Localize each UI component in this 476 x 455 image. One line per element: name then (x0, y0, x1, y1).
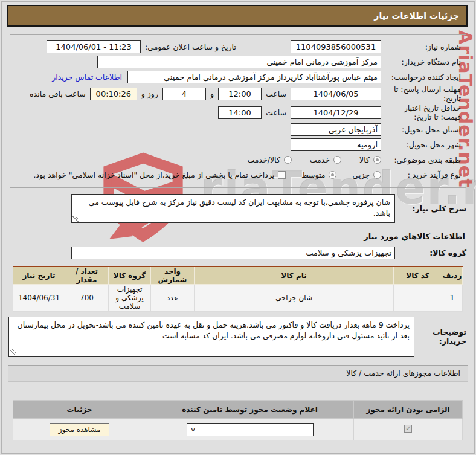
goods-table: ردیف کد کالا نام کالا واحد شمارش گروه کا… (13, 266, 463, 312)
cell-unit: عدد (151, 285, 195, 312)
option-label: کالا/خدمت (247, 155, 280, 164)
reply-deadline-hour-label: ساعت (266, 89, 286, 98)
need-details-page: riaTender.net AriaTender.net جزئیات اطلا… (0, 0, 476, 455)
price-validity-date-field[interactable]: 1404/12/29 (291, 106, 381, 119)
license-table-header-row: الزامی بودن ارائه مجوز اعلام وضعیت مجوز … (13, 401, 463, 419)
row-city: شهر محل تحویل: ارومیه (15, 137, 461, 152)
chevron-down-icon: ∨ (190, 426, 196, 433)
col-unit: واحد شمارش (151, 266, 195, 285)
license-status-select[interactable]: -- ∨ (187, 423, 314, 436)
goods-table-row: 1 -- شان جراحی عدد تجهیزات پزشکی و سلامت… (13, 285, 463, 312)
buyer-notes-label: توضیحات خریدار: (414, 328, 466, 346)
resize-grip-icon[interactable] (10, 349, 16, 355)
goods-group-label: گروه کالا: (395, 248, 466, 257)
col-row-index: ردیف (442, 266, 463, 285)
cell-need-date: 1404/06/31 (13, 285, 65, 312)
license-section-title: اطلاعات مجوزهای ارائه خدمت / کالا (346, 369, 460, 378)
need-number-field[interactable]: 1104093856000531 (291, 40, 381, 53)
goods-group-field[interactable]: تجهیزات پزشکی و سلامت (71, 247, 395, 259)
option-label: کالا (359, 155, 370, 164)
buyer-org-label: نام دستگاه خریدار: (381, 57, 461, 66)
price-validity-hour-field[interactable]: 14:00 (218, 106, 262, 119)
buyer-contact-link[interactable]: اطلاعات تماس خریدار (52, 73, 122, 82)
footer-divider (0, 450, 476, 450)
request-creator-field[interactable]: میثم عباس پورآشناآباد کارپرداز مرکز آموز… (127, 71, 381, 83)
col-item-code: کد کالا (394, 266, 442, 285)
page-title-bar: جزئیات اطلاعات نیاز (7, 5, 468, 27)
city-field[interactable]: ارومیه (291, 138, 381, 151)
col-license-details: جزئیات (13, 401, 146, 419)
province-field[interactable]: آذربایجان غربی (291, 123, 381, 136)
and-label: و (210, 89, 214, 98)
radio-icon[interactable] (284, 156, 292, 164)
row-need-number: شماره نیاز: 1104093856000531 تاریخ و ساع… (15, 39, 461, 54)
license-table: الزامی بودن ارائه مجوز اعلام وضعیت مجوز … (13, 400, 463, 440)
reply-deadline-date-field[interactable]: 1404/06/05 (291, 88, 381, 100)
radio-icon[interactable] (373, 171, 381, 179)
buyer-notes-text: پرداخت 9 ماهه بعداز دریافت کالا و فاکتور… (17, 320, 410, 340)
announce-datetime-field[interactable]: 1404/06/01 - 11:23 (47, 40, 141, 53)
radio-icon[interactable] (333, 156, 341, 164)
buyer-notes-textarea[interactable]: پرداخت 9 ماهه بعداز دریافت کالا و فاکتور… (8, 317, 414, 357)
reply-deadline-label: مهلت ارسال پاسخ: تا تاریخ: (381, 85, 461, 103)
row-purchase-type: نوع فرآیند خرید : جزیی متوسط پرداخت تمام… (15, 167, 461, 182)
need-info-panel: شماره نیاز: 1104093856000531 تاریخ و ساع… (10, 34, 466, 188)
category-label: طبقه بندی موضوعی: (381, 155, 461, 164)
announce-datetime-label: تاریخ و ساعت اعلان عمومی: (145, 42, 236, 51)
col-item-name: نام کالا (195, 266, 394, 285)
purchase-type-label: نوع فرآیند خرید : (381, 170, 461, 179)
option-label: متوسط (301, 170, 325, 179)
purchase-type-option-medium[interactable]: متوسط (301, 170, 336, 179)
cell-license-details: مشاهده مجوز (13, 419, 146, 440)
checkbox-icon[interactable] (278, 171, 286, 179)
cell-item-code: -- (394, 285, 442, 312)
buyer-org-field[interactable]: مرکز آموزشی درمانی امام خمینی (97, 56, 381, 68)
category-option-goods-service[interactable]: کالا/خدمت (247, 155, 291, 164)
need-description-label: شرح کلي نیاز: (395, 204, 466, 213)
col-group: گروه کالا (109, 266, 151, 285)
price-validity-label: حداقل تاریخ اعتبار قیمت: تا تاریخ: (381, 103, 461, 121)
row-request-creator: ایجاد کننده درخواست: میثم عباس پورآشناآب… (15, 69, 461, 84)
radio-icon[interactable] (373, 156, 381, 164)
view-license-button[interactable]: مشاهده مجوز (50, 423, 110, 436)
resize-grip-icon[interactable] (72, 216, 79, 222)
option-label: جزیی (352, 170, 370, 179)
cell-row-index: 1 (442, 285, 463, 312)
need-number-label: شماره نیاز: (381, 42, 461, 51)
col-quantity: تعداد / مقدار (65, 266, 109, 285)
category-option-service[interactable]: خدمت (310, 155, 341, 164)
cell-item-name: شان جراحی (195, 285, 394, 312)
reply-deadline-hour-field[interactable]: 12:00 (218, 88, 262, 100)
days-and-label: روز و (141, 89, 158, 98)
category-option-goods[interactable]: کالا (359, 155, 381, 164)
treasury-payment-label: پرداخت تمام یا بخشی از مبلغ خرید،از محل … (34, 170, 275, 179)
license-status-value: -- (303, 425, 309, 434)
buyer-notes-row: توضیحات خریدار: پرداخت 9 ماهه بعداز دریا… (8, 317, 466, 357)
radio-icon[interactable] (329, 171, 336, 179)
col-need-date: تاریخ نیاز (13, 266, 65, 285)
goods-section-title: اطلاعات کالاهاي مورد نیاز (11, 232, 465, 241)
province-label: استان محل تحویل: (381, 125, 461, 134)
price-validity-hour-label: ساعت (266, 108, 286, 117)
cell-group: تجهیزات پزشکی و سلامت (109, 285, 151, 312)
license-required-checkbox-icon (404, 425, 412, 433)
cell-quantity: 700 (65, 285, 109, 312)
option-label: خدمت (310, 155, 330, 164)
need-description-textarea[interactable]: شان پرفوره چشمی،با توجه به مشابهت ایران … (71, 194, 395, 223)
goods-group-row: گروه کالا: تجهیزات پزشکی و سلامت (71, 247, 466, 259)
row-province: استان محل تحویل: آذربایجان غربی (15, 122, 461, 137)
row-reply-deadline: مهلت ارسال پاسخ: تا تاریخ: 1404/06/05 سا… (15, 85, 461, 103)
col-license-required: الزامی بودن ارائه مجوز (354, 401, 463, 419)
purchase-type-option-minor[interactable]: جزیی (352, 170, 381, 179)
request-creator-label: ایجاد کننده درخواست: (381, 73, 461, 82)
countdown-timer: 00:10:26 (90, 88, 137, 100)
treasury-payment-checkbox[interactable]: پرداخت تمام یا بخشی از مبلغ خرید،از محل … (34, 170, 286, 179)
city-label: شهر محل تحویل: (381, 140, 461, 149)
license-section-header: اطلاعات مجوزهای ارائه خدمت / کالا (8, 365, 468, 382)
row-price-validity: حداقل تاریخ اعتبار قیمت: تا تاریخ: 1404/… (15, 103, 461, 121)
page-title: جزئیات اطلاعات نیاز (374, 11, 459, 21)
reply-deadline-days-field[interactable]: 4 (162, 88, 206, 100)
cell-license-required (354, 419, 463, 440)
license-table-row: -- ∨ مشاهده مجوز (13, 419, 463, 440)
hours-remaining-label: ساعت باقی مانده (30, 89, 86, 98)
